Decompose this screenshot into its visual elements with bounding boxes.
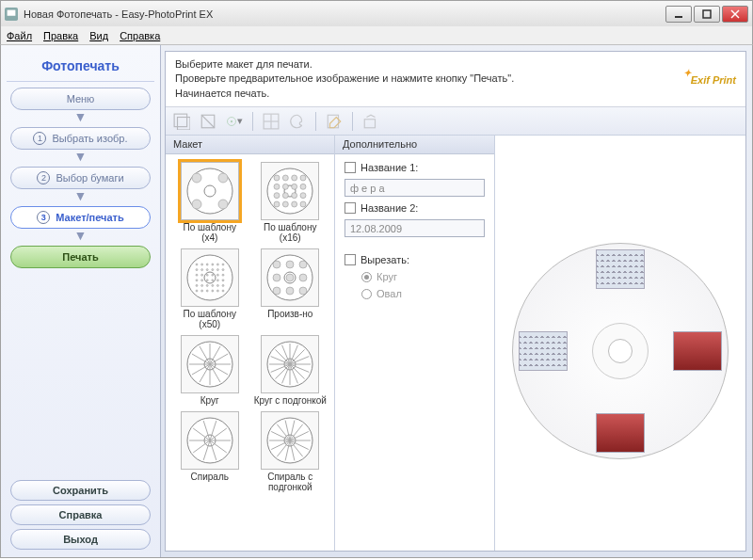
button-label: Печать [62, 251, 98, 263]
title2-input[interactable] [344, 219, 485, 237]
svg-point-84 [286, 274, 294, 281]
arrow-down-icon: ▼ [7, 231, 154, 240]
label: Овал [376, 288, 402, 299]
svg-point-43 [200, 264, 202, 265]
svg-point-77 [222, 290, 224, 292]
svg-point-55 [200, 274, 202, 276]
svg-point-38 [292, 201, 297, 207]
title2-row[interactable]: Название 2: [344, 202, 485, 214]
svg-point-71 [222, 285, 224, 287]
checkbox-icon[interactable] [344, 202, 356, 214]
svg-point-80 [273, 261, 280, 268]
sidebar-step-layout[interactable]: 3Макет/печать [10, 206, 151, 229]
menu-view[interactable]: Вид [89, 30, 108, 41]
layout-column: Макет По шаблону (x4)По шаблону (x16)По … [166, 136, 335, 551]
svg-point-86 [273, 287, 280, 295]
menu-file[interactable]: Файл [7, 30, 32, 41]
label: Вырезать: [360, 254, 409, 265]
layout-thumb [181, 248, 239, 307]
svg-point-20 [192, 200, 201, 209]
help-button[interactable]: Справка [10, 504, 151, 525]
svg-point-35 [300, 193, 306, 199]
button-label: Справка [59, 509, 103, 520]
layout-item-circle-fit[interactable]: Круг с подгонкой [252, 335, 329, 406]
svg-point-27 [300, 175, 306, 181]
sidebar-step-select[interactable]: 1Выбрать изобр. [10, 127, 151, 150]
preview-photo-2[interactable] [519, 331, 568, 371]
svg-point-28 [274, 184, 280, 190]
arrow-down-icon: ▼ [7, 112, 154, 121]
close-button[interactable] [722, 6, 748, 23]
layout-label: Круг с подгонкой [252, 395, 329, 406]
step-label: Выбрать изобр. [52, 133, 127, 144]
svg-point-33 [283, 193, 289, 199]
preview-photo-3[interactable] [673, 331, 722, 371]
layout-label: Спираль [171, 472, 248, 482]
layout-item-circle[interactable]: Круг [171, 335, 248, 406]
print-button[interactable]: Печать [10, 246, 151, 268]
tb-icon-1[interactable] [173, 113, 190, 130]
svg-point-68 [206, 285, 208, 287]
svg-point-26 [292, 175, 297, 181]
disc-icon[interactable]: ▾ [226, 113, 243, 130]
layout-thumb [261, 248, 319, 307]
svg-point-37 [283, 201, 289, 207]
menu-help[interactable]: Справка [120, 30, 160, 41]
layout-item-spiral-fit[interactable]: Спираль с подгонкой [252, 411, 329, 492]
layout-item-tmpl16[interactable]: По шаблону (x16) [252, 162, 329, 243]
sidebar-step-menu[interactable]: Меню [10, 88, 151, 110]
layout-grid: По шаблону (x4)По шаблону (x16)По шаблон… [166, 154, 334, 551]
checkbox-icon[interactable] [344, 254, 356, 265]
title1-row[interactable]: Название 1: [344, 162, 485, 173]
layout-label: По шаблону (x4) [171, 222, 248, 243]
preview-photo-4[interactable] [596, 413, 645, 453]
settings-icon[interactable] [362, 113, 379, 130]
radio-icon[interactable] [361, 272, 372, 282]
checkbox-icon[interactable] [344, 162, 356, 173]
svg-point-44 [206, 264, 208, 265]
tb-icon-2[interactable] [200, 113, 216, 130]
preview-photo-1[interactable] [596, 249, 645, 289]
options-column: Дополнительно Название 1: Название 2: Вы… [335, 136, 495, 551]
svg-point-19 [218, 173, 228, 183]
menu-edit[interactable]: Правка [43, 30, 78, 41]
app-icon [5, 8, 18, 21]
layout-item-tmpl50[interactable]: По шаблону (x50) [171, 248, 248, 329]
sidebar-title: Фотопечать [7, 53, 154, 82]
button-label: Выход [63, 534, 98, 545]
title1-input[interactable] [344, 179, 485, 197]
svg-rect-6 [174, 114, 187, 127]
svg-point-66 [196, 285, 198, 287]
maximize-button[interactable] [694, 6, 720, 23]
svg-point-83 [273, 274, 280, 281]
layout-item-free[interactable]: Произв-но [252, 248, 329, 329]
sidebar-step-paper[interactable]: 2Выбор бумаги [10, 167, 151, 189]
svg-point-70 [216, 285, 218, 287]
palette-icon[interactable] [289, 113, 306, 130]
layout-item-tmpl4[interactable]: По шаблону (x4) [171, 162, 248, 243]
exit-button[interactable]: Выход [10, 529, 151, 550]
crop-circle-row: Круг [361, 271, 485, 282]
svg-point-76 [216, 290, 218, 292]
crop-row[interactable]: Вырезать: [344, 254, 485, 265]
toolbar: ▾ [166, 107, 745, 136]
step-label: Макет/печать [56, 212, 123, 223]
svg-point-64 [216, 280, 218, 281]
svg-point-17 [204, 185, 216, 197]
svg-point-50 [206, 269, 208, 271]
svg-point-75 [212, 290, 214, 292]
save-button[interactable]: Сохранить [10, 480, 151, 501]
layout-item-spiral[interactable]: Спираль [171, 411, 248, 492]
main-panel: Выберите макет для печати. Проверьте пре… [165, 51, 746, 552]
svg-point-46 [216, 264, 218, 265]
grid-icon[interactable] [263, 113, 280, 130]
svg-rect-7 [178, 117, 191, 130]
radio-icon[interactable] [361, 289, 372, 299]
arrow-down-icon: ▼ [7, 152, 154, 161]
svg-point-62 [206, 280, 208, 281]
edit-icon[interactable] [326, 113, 343, 130]
disc-preview [512, 243, 729, 459]
svg-point-47 [222, 264, 224, 265]
layout-thumb [181, 335, 239, 393]
minimize-button[interactable] [665, 6, 692, 23]
